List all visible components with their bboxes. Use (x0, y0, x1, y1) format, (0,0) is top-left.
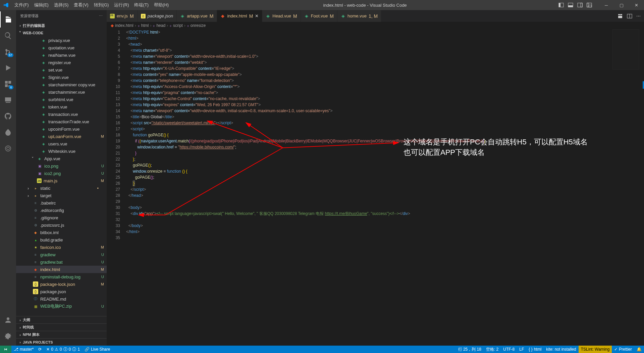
accounts-icon[interactable] (0, 312, 16, 328)
menu-edit[interactable]: 编辑(E) (32, 2, 51, 8)
search-icon[interactable] (0, 28, 16, 44)
extensions-icon[interactable]: 6 (0, 76, 16, 92)
toggle-primary-sidebar-icon[interactable] (558, 2, 564, 8)
github-icon[interactable] (0, 108, 16, 124)
tree-item[interactable]: ◈token.vue (16, 103, 107, 111)
explorer-icon[interactable] (0, 11, 16, 28)
tree-item[interactable]: ◈surbhtml.vue (16, 96, 107, 103)
breadcrumb-item[interactable]: ⬨script (169, 23, 183, 28)
tree-item[interactable]: ⓘREADME.md (16, 295, 107, 303)
minimap[interactable] (612, 29, 639, 70)
prettier-status[interactable]: ✓ Prettier (612, 346, 634, 353)
outline-header[interactable]: ›大纲 (16, 316, 107, 323)
open-editors-header[interactable]: › 打开的编辑器 (16, 22, 107, 29)
editor-tab[interactable]: ◆index.htmlM✕ (217, 10, 262, 22)
tree-item[interactable]: ◆index.htmlM (16, 266, 107, 273)
tree-item[interactable]: ◈upcoinForm.vue (16, 125, 107, 133)
breadcrumb-item[interactable]: ◆index.html (111, 23, 133, 28)
toggle-secondary-sidebar-icon[interactable] (577, 2, 583, 8)
menu-view[interactable]: 查看(V) (71, 2, 91, 8)
language-mode[interactable]: { } html (526, 346, 544, 353)
minimize-button[interactable]: ─ (599, 0, 614, 10)
menu-go[interactable]: 转到(G) (91, 2, 112, 8)
tree-item[interactable]: ≡.babelrc (16, 199, 107, 207)
menu-run[interactable]: 运行(R) (111, 2, 131, 8)
tree-item[interactable]: ◈users.vue (16, 140, 107, 147)
tree-item[interactable]: ≡gradlew.batU (16, 258, 107, 266)
tab-more-icon[interactable]: ⋯ (636, 13, 641, 18)
tree-item[interactable]: ◈set.vue (16, 66, 107, 74)
editor-tab[interactable]: JSenv.jsM (107, 10, 138, 22)
java-projects-header[interactable]: ›JAVA PROJECTS (16, 338, 107, 346)
tree-item[interactable]: ◈transactionTrade.vue (16, 118, 107, 125)
tree-item[interactable]: ◈transaction.vue (16, 111, 107, 118)
sync-icon[interactable]: ⟳ (36, 346, 44, 353)
tree-item[interactable]: ⚙.editorconfig (16, 207, 107, 214)
tree-item[interactable]: ⚙.postcssrc.js (16, 221, 107, 229)
customize-layout-icon[interactable] (587, 2, 592, 8)
remote-indicator[interactable] (0, 346, 11, 353)
openai-icon[interactable] (0, 140, 16, 157)
git-branch[interactable]: ⎇ master* (11, 346, 36, 353)
editor-tab[interactable]: {}package.json (138, 10, 177, 22)
cursor-position[interactable]: 行 25，列 18 (456, 346, 484, 353)
eol[interactable]: LF (517, 346, 526, 353)
tree-item[interactable]: ▴build.gradle (16, 236, 107, 244)
editor-tab[interactable]: ◈home.vue1, M (337, 10, 381, 22)
source-control-icon[interactable]: 57 (0, 44, 16, 60)
compare-changes-icon[interactable] (618, 13, 623, 19)
breadcrumb-item[interactable]: ⬨html (138, 23, 149, 28)
sidebar-more-icon[interactable]: ⋯ (99, 14, 103, 18)
tree-item[interactable]: ›▸target (16, 192, 107, 199)
tree-item[interactable]: JSmain.jsM (16, 177, 107, 184)
tree-item[interactable]: ◈starchainminer copy.vue (16, 81, 107, 88)
live-share[interactable]: 🔗 Live Share (82, 346, 112, 353)
editor-tab[interactable]: ◈artapp.vueM (177, 10, 217, 22)
tree-item[interactable]: ▣ico2.pngU (16, 170, 107, 177)
maximize-button[interactable]: ▢ (614, 0, 629, 10)
split-editor-icon[interactable] (627, 13, 632, 19)
tree-item[interactable]: ▦WEB电脑PC.zipU (16, 303, 107, 310)
tree-item[interactable]: ◈quotation.vue (16, 44, 107, 51)
tree-item[interactable]: ◈realName.vue (16, 51, 107, 59)
project-header[interactable]: ˅ WEB-CODE (16, 29, 107, 37)
notifications-icon[interactable]: 🔔 (634, 346, 644, 353)
npm-scripts-header[interactable]: ›NPM 脚本 (16, 331, 107, 338)
encoding[interactable]: UTF-8 (501, 346, 517, 353)
tree-item[interactable]: ≡.gitignore (16, 214, 107, 221)
indentation[interactable]: 空格: 2 (484, 346, 501, 353)
problems-errors[interactable]: ✕ 0 ⚠ 0 Ⓘ 0 ⓘ 1 (44, 346, 82, 353)
tree-item[interactable]: ◆bitbox.iml (16, 229, 107, 236)
tree-item[interactable]: ≡npminstall-debug.logU (16, 273, 107, 280)
close-button[interactable]: ✕ (629, 0, 644, 10)
tree-item[interactable]: ›▸static• (16, 184, 107, 192)
settings-icon[interactable] (0, 328, 16, 344)
kite-icon[interactable] (0, 124, 16, 140)
menu-terminal[interactable]: 终端(T) (131, 2, 151, 8)
tree-item[interactable]: ◈Signin.vue (16, 74, 107, 81)
tree-item[interactable]: {}package-lock.jsonM (16, 280, 107, 288)
tree-item[interactable]: ≡gradlewU (16, 251, 107, 258)
editor-tab[interactable]: ◈Head.vueM (262, 10, 301, 22)
tree-item[interactable]: {}package.json (16, 288, 107, 295)
breadcrumb-item[interactable]: ⬨head (153, 23, 165, 28)
tslint-status[interactable]: TSLint: Warning (579, 346, 612, 353)
run-debug-icon[interactable] (0, 60, 16, 76)
tree-item[interactable]: ◈Whiteskin.vue (16, 147, 107, 155)
tree-item[interactable]: ◈starchainminer.vue (16, 88, 107, 96)
menu-help[interactable]: 帮助(H) (151, 2, 171, 8)
breadcrumb-item[interactable]: ⬨onresize (187, 23, 206, 28)
breadcrumbs[interactable]: ◆index.html›⬨html›⬨head›⬨script›⬨onresiz… (107, 22, 644, 29)
toggle-panel-icon[interactable] (568, 2, 573, 8)
menu-file[interactable]: 文件(F) (12, 2, 32, 8)
tree-item[interactable]: ◈privacy.vue (16, 37, 107, 44)
menu-selection[interactable]: 选择(S) (51, 2, 71, 8)
editor-tab[interactable]: ◈Foot.vueM (301, 10, 337, 22)
code-editor[interactable]: 1234567891011121314151617181920212223242… (107, 29, 644, 346)
tree-item[interactable]: ▣ico.pngU (16, 162, 107, 170)
tree-item[interactable]: ◈register.vue (16, 59, 107, 66)
timeline-header[interactable]: ›时间线 (16, 323, 107, 331)
tree-item[interactable]: ˅◈App.vue (16, 155, 107, 162)
tree-item[interactable]: ◈upLoanForm.vueM (16, 133, 107, 140)
remote-explorer-icon[interactable] (0, 92, 16, 108)
